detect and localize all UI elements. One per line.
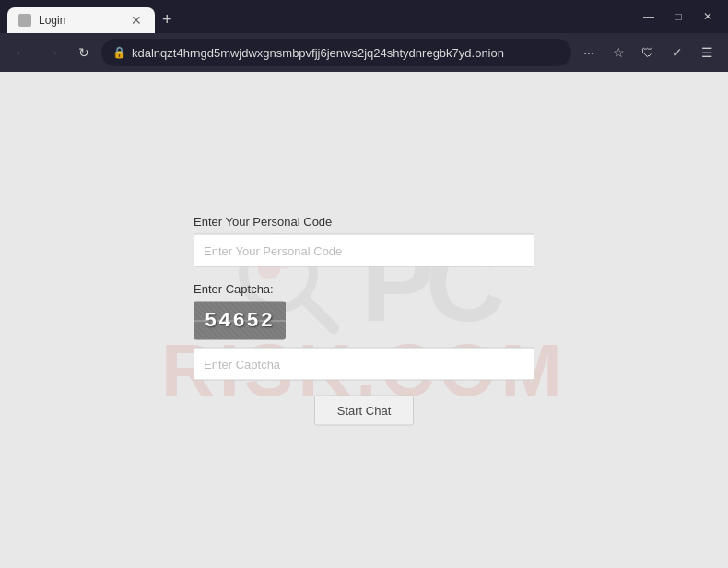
forward-button[interactable]: → (39, 39, 66, 66)
tab-area: Login ✕ + (7, 0, 628, 33)
bookmark-button[interactable]: ☆ (605, 39, 632, 66)
browser-window: Login ✕ + — □ ✕ ← → ↻ 🔒 kdalnqzt4hrngd5m… (0, 0, 728, 568)
captcha-group: Enter Captcha: 54652 (194, 282, 534, 381)
tab-favicon (18, 14, 31, 27)
active-tab[interactable]: Login ✕ (7, 7, 155, 33)
window-controls: — □ ✕ (636, 4, 721, 30)
captcha-text: 54652 (205, 309, 275, 332)
new-tab-button[interactable]: + (159, 6, 176, 33)
captcha-input[interactable] (194, 348, 534, 381)
tab-close-button[interactable]: ✕ (129, 13, 144, 28)
extension-button[interactable]: ✓ (663, 39, 691, 66)
more-button[interactable]: ··· (575, 39, 603, 66)
back-button[interactable]: ← (7, 39, 35, 66)
lock-icon: 🔒 (112, 46, 126, 59)
refresh-button[interactable]: ↻ (70, 39, 98, 66)
title-bar: Login ✕ + — □ ✕ (0, 0, 728, 33)
address-bar[interactable]: 🔒 kdalnqzt4hrngd5mwjdwxgnsmbpvfjj6jenws2… (101, 39, 571, 66)
url-text: kdalnqzt4hrngd5mwjdwxgnsmbpvfjj6jenws2jq… (132, 46, 560, 60)
minimize-button[interactable]: — (636, 4, 662, 30)
login-form: Enter Your Personal Code Enter Captcha: … (194, 215, 534, 426)
personal-code-input[interactable] (194, 234, 534, 267)
tab-title: Login (39, 14, 65, 27)
captcha-label: Enter Captcha: (194, 282, 534, 296)
maximize-button[interactable]: □ (665, 4, 691, 30)
personal-code-group: Enter Your Personal Code (194, 215, 534, 267)
close-window-button[interactable]: ✕ (695, 4, 721, 30)
page-content: PC RISK.COM Enter Your Personal Code Ent… (0, 72, 728, 568)
personal-code-label: Enter Your Personal Code (194, 215, 534, 229)
shield-button[interactable]: 🛡 (634, 39, 662, 66)
menu-button[interactable]: ☰ (693, 39, 721, 66)
nav-actions: ··· ☆ 🛡 ✓ ☰ (575, 39, 721, 66)
captcha-image: 54652 (194, 302, 286, 340)
navigation-bar: ← → ↻ 🔒 kdalnqzt4hrngd5mwjdwxgnsmbpvfjj6… (0, 33, 728, 72)
start-chat-button[interactable]: Start Chat (314, 396, 415, 426)
